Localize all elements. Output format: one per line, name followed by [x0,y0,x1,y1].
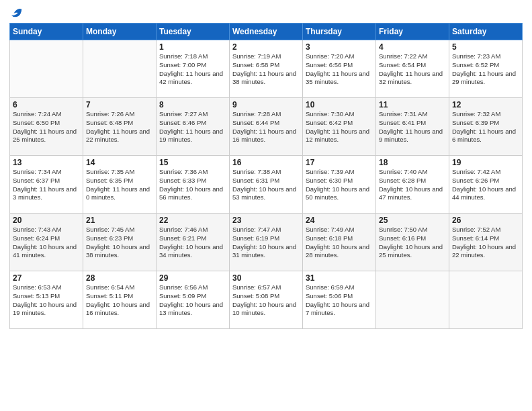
day-info: Sunrise: 7:31 AM Sunset: 6:41 PM Dayligh… [379,110,446,144]
day-info: Sunrise: 7:40 AM Sunset: 6:28 PM Dayligh… [379,168,446,202]
page: SundayMondayTuesdayWednesdayThursdayFrid… [0,0,532,333]
day-number: 7 [86,100,153,109]
day-info: Sunrise: 7:45 AM Sunset: 6:23 PM Dayligh… [86,226,153,260]
day-info: Sunrise: 7:47 AM Sunset: 6:19 PM Dayligh… [232,226,300,260]
day-info: Sunrise: 7:38 AM Sunset: 6:31 PM Dayligh… [232,168,300,202]
day-header-thursday: Thursday [303,24,376,40]
day-info: Sunrise: 7:43 AM Sunset: 6:24 PM Dayligh… [13,226,80,260]
day-number: 27 [13,273,80,283]
day-info: Sunrise: 7:32 AM Sunset: 6:39 PM Dayligh… [452,110,519,144]
calendar-week-5: 27Sunrise: 6:53 AM Sunset: 5:13 PM Dayli… [10,271,523,329]
day-number: 1 [159,42,226,52]
calendar-cell: 7Sunrise: 7:26 AM Sunset: 6:48 PM Daylig… [83,98,157,156]
calendar-cell: 23Sunrise: 7:47 AM Sunset: 6:19 PM Dayli… [230,214,303,271]
calendar-cell: 31Sunrise: 6:59 AM Sunset: 5:06 PM Dayli… [303,271,376,329]
logo-text [9,7,23,19]
calendar-cell [10,40,83,98]
day-info: Sunrise: 7:27 AM Sunset: 6:46 PM Dayligh… [159,110,226,144]
day-number: 28 [86,273,153,283]
day-number: 18 [379,158,446,167]
day-number: 17 [306,158,373,167]
day-info: Sunrise: 7:46 AM Sunset: 6:21 PM Dayligh… [159,226,226,260]
day-header-tuesday: Tuesday [157,24,230,40]
calendar-cell: 12Sunrise: 7:32 AM Sunset: 6:39 PM Dayli… [449,98,523,156]
logo-bird-icon [11,7,23,19]
day-number: 9 [232,100,300,109]
day-info: Sunrise: 7:18 AM Sunset: 7:00 PM Dayligh… [159,52,226,87]
calendar-cell: 26Sunrise: 7:52 AM Sunset: 6:14 PM Dayli… [449,214,523,271]
calendar-week-3: 13Sunrise: 7:34 AM Sunset: 6:37 PM Dayli… [10,156,523,214]
day-number: 15 [159,158,226,167]
day-info: Sunrise: 7:23 AM Sunset: 6:52 PM Dayligh… [452,52,519,87]
day-number: 21 [86,216,153,225]
calendar-cell: 6Sunrise: 7:24 AM Sunset: 6:50 PM Daylig… [10,98,83,156]
calendar-cell [376,271,449,329]
day-info: Sunrise: 6:57 AM Sunset: 5:08 PM Dayligh… [232,283,300,318]
day-info: Sunrise: 6:53 AM Sunset: 5:13 PM Dayligh… [13,283,80,318]
logo [9,7,23,19]
header [9,7,523,19]
day-info: Sunrise: 7:50 AM Sunset: 6:16 PM Dayligh… [379,226,446,260]
day-info: Sunrise: 7:52 AM Sunset: 6:14 PM Dayligh… [452,226,519,260]
day-info: Sunrise: 7:20 AM Sunset: 6:56 PM Dayligh… [306,52,373,87]
day-number: 16 [232,158,300,167]
day-number: 31 [306,273,373,283]
calendar-week-1: 1Sunrise: 7:18 AM Sunset: 7:00 PM Daylig… [10,40,523,98]
day-number: 25 [379,216,446,225]
calendar-cell: 21Sunrise: 7:45 AM Sunset: 6:23 PM Dayli… [83,214,157,271]
calendar-cell: 13Sunrise: 7:34 AM Sunset: 6:37 PM Dayli… [10,156,83,214]
calendar-table: SundayMondayTuesdayWednesdayThursdayFrid… [9,23,523,329]
day-info: Sunrise: 7:42 AM Sunset: 6:26 PM Dayligh… [452,168,519,202]
day-number: 24 [306,216,373,225]
day-info: Sunrise: 7:39 AM Sunset: 6:30 PM Dayligh… [306,168,373,202]
day-info: Sunrise: 7:34 AM Sunset: 6:37 PM Dayligh… [13,168,80,202]
day-info: Sunrise: 6:59 AM Sunset: 5:06 PM Dayligh… [306,283,373,318]
calendar-cell: 20Sunrise: 7:43 AM Sunset: 6:24 PM Dayli… [10,214,83,271]
calendar-cell: 30Sunrise: 6:57 AM Sunset: 5:08 PM Dayli… [230,271,303,329]
day-number: 19 [452,158,519,167]
calendar-cell: 17Sunrise: 7:39 AM Sunset: 6:30 PM Dayli… [303,156,376,214]
calendar-cell: 24Sunrise: 7:49 AM Sunset: 6:18 PM Dayli… [303,214,376,271]
day-info: Sunrise: 7:26 AM Sunset: 6:48 PM Dayligh… [86,110,153,144]
day-header-wednesday: Wednesday [230,24,303,40]
day-number: 20 [13,216,80,225]
calendar-week-4: 20Sunrise: 7:43 AM Sunset: 6:24 PM Dayli… [10,214,523,271]
day-info: Sunrise: 7:36 AM Sunset: 6:33 PM Dayligh… [159,168,226,202]
day-number: 26 [452,216,519,225]
calendar-cell: 9Sunrise: 7:28 AM Sunset: 6:44 PM Daylig… [230,98,303,156]
day-info: Sunrise: 7:35 AM Sunset: 6:35 PM Dayligh… [86,168,153,202]
calendar-cell: 16Sunrise: 7:38 AM Sunset: 6:31 PM Dayli… [230,156,303,214]
calendar-cell: 18Sunrise: 7:40 AM Sunset: 6:28 PM Dayli… [376,156,449,214]
calendar-cell: 2Sunrise: 7:19 AM Sunset: 6:58 PM Daylig… [230,40,303,98]
calendar-cell: 27Sunrise: 6:53 AM Sunset: 5:13 PM Dayli… [10,271,83,329]
day-header-saturday: Saturday [449,24,523,40]
calendar-cell: 1Sunrise: 7:18 AM Sunset: 7:00 PM Daylig… [157,40,230,98]
calendar-cell: 4Sunrise: 7:22 AM Sunset: 6:54 PM Daylig… [376,40,449,98]
day-number: 29 [159,273,226,283]
day-number: 11 [379,100,446,109]
day-info: Sunrise: 7:49 AM Sunset: 6:18 PM Dayligh… [306,226,373,260]
calendar-cell: 5Sunrise: 7:23 AM Sunset: 6:52 PM Daylig… [449,40,523,98]
calendar-cell: 3Sunrise: 7:20 AM Sunset: 6:56 PM Daylig… [303,40,376,98]
day-info: Sunrise: 7:24 AM Sunset: 6:50 PM Dayligh… [13,110,80,144]
day-number: 2 [232,42,300,52]
day-number: 10 [306,100,373,109]
day-header-monday: Monday [83,24,157,40]
day-info: Sunrise: 7:28 AM Sunset: 6:44 PM Dayligh… [232,110,300,144]
day-number: 13 [13,158,80,167]
day-info: Sunrise: 6:56 AM Sunset: 5:09 PM Dayligh… [159,283,226,318]
day-header-friday: Friday [376,24,449,40]
calendar-cell: 22Sunrise: 7:46 AM Sunset: 6:21 PM Dayli… [157,214,230,271]
calendar-cell: 10Sunrise: 7:30 AM Sunset: 6:42 PM Dayli… [303,98,376,156]
day-info: Sunrise: 7:22 AM Sunset: 6:54 PM Dayligh… [379,52,446,87]
day-number: 3 [306,42,373,52]
day-info: Sunrise: 7:30 AM Sunset: 6:42 PM Dayligh… [306,110,373,144]
day-number: 14 [86,158,153,167]
day-info: Sunrise: 7:19 AM Sunset: 6:58 PM Dayligh… [232,52,300,87]
day-number: 4 [379,42,446,52]
calendar-week-2: 6Sunrise: 7:24 AM Sunset: 6:50 PM Daylig… [10,98,523,156]
calendar-cell [449,271,523,329]
day-number: 23 [232,216,300,225]
calendar-header-row: SundayMondayTuesdayWednesdayThursdayFrid… [10,24,523,40]
day-number: 6 [13,100,80,109]
